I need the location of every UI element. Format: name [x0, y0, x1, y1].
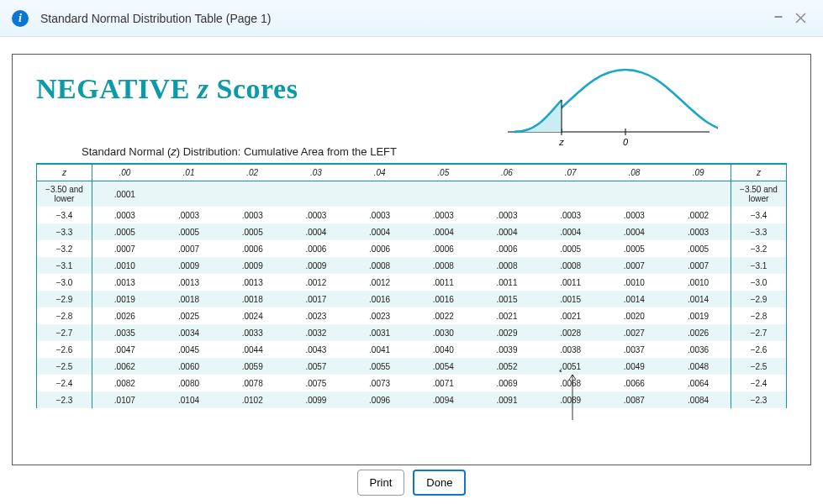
cell: .0003	[666, 223, 731, 240]
cell: .0010	[666, 274, 731, 291]
cell: .0060	[157, 358, 221, 375]
cell: .0006	[411, 240, 475, 257]
table-row: −2.3.0107.0104.0102.0099.0096.0094.0091.…	[37, 391, 787, 408]
cell	[666, 181, 731, 207]
cell: .0014	[666, 291, 731, 307]
close-button[interactable]	[789, 8, 811, 29]
row-z-label: −2.4	[37, 375, 92, 391]
cell	[475, 181, 539, 207]
cell: .0017	[284, 291, 348, 307]
col-header: .03	[284, 164, 348, 181]
cell: .0023	[284, 307, 348, 324]
table-row: −2.8.0026.0025.0024.0023.0023.0022.0021.…	[37, 307, 787, 324]
row-z-label-right: −3.4	[731, 207, 787, 223]
row-z-label-right: −2.3	[731, 391, 787, 408]
cell: .0040	[411, 341, 475, 358]
cell: .0004	[348, 223, 412, 240]
cell: .0069	[475, 375, 539, 391]
table-row: −2.4.0082.0080.0078.0075.0073.0071.0069.…	[37, 375, 787, 391]
cell: .0003	[284, 207, 348, 223]
cell: .0005	[539, 240, 603, 257]
cell: .0012	[284, 274, 348, 291]
cell	[348, 181, 412, 207]
cell: .0020	[603, 307, 667, 324]
row-z-label-right: −3.1	[731, 257, 787, 274]
cell: .0021	[475, 307, 539, 324]
cell: .0006	[475, 240, 539, 257]
cell: .0024	[220, 307, 284, 324]
cell: .0028	[539, 324, 603, 341]
cell: .0007	[92, 240, 157, 257]
cell: .0080	[157, 375, 221, 391]
cell: .0002	[666, 207, 731, 223]
footer-buttons: Print Done	[0, 470, 823, 496]
cell: .0044	[220, 341, 284, 358]
print-button[interactable]: Print	[357, 470, 405, 496]
cell: .0004	[284, 223, 348, 240]
cell: .0045	[157, 341, 221, 358]
row-z-label-right: −3.0	[731, 274, 787, 291]
col-header: .05	[411, 164, 475, 181]
table-row: −2.6.0047.0045.0044.0043.0041.0040.0039.…	[37, 341, 787, 358]
cell: .0010	[92, 257, 157, 274]
row-z-label-right: −3.50 and lower	[731, 181, 787, 207]
cell: .0084	[666, 391, 731, 408]
cell: .0023	[348, 307, 412, 324]
cell: .0055	[348, 358, 412, 375]
cell: .0003	[475, 207, 539, 223]
row-z-label: −3.4	[37, 207, 92, 223]
cell: .0032	[284, 324, 348, 341]
cell	[284, 181, 348, 207]
cell: .0048	[666, 358, 731, 375]
cell: .0008	[475, 257, 539, 274]
cell: .0008	[539, 257, 603, 274]
z-score-table: z .00 .01 .02 .03 .04 .05 .06 .07 .08 .0…	[36, 163, 787, 408]
cell: .0035	[92, 324, 157, 341]
table-row: −3.50 and lower.0001−3.50 and lower	[37, 181, 787, 207]
row-z-label: −3.2	[37, 240, 92, 257]
row-z-label: −3.0	[37, 274, 92, 291]
cell: .0013	[157, 274, 221, 291]
cell: .0059	[220, 358, 284, 375]
cell: .0007	[603, 257, 667, 274]
cell: .0003	[348, 207, 412, 223]
row-z-label: −3.50 and lower	[37, 181, 92, 207]
curve-z-label: z	[558, 137, 564, 147]
row-z-label-right: −2.5	[731, 358, 787, 375]
cell: .0011	[411, 274, 475, 291]
cell: .0013	[220, 274, 284, 291]
done-button[interactable]: Done	[413, 470, 466, 496]
col-header-z-left: z	[37, 164, 92, 181]
cell: .0013	[92, 274, 157, 291]
table-row: −3.1.0010.0009.0009.0009.0008.0008.0008.…	[37, 257, 787, 274]
row-z-label-right: −2.6	[731, 341, 787, 358]
cell: .0004	[411, 223, 475, 240]
cell: .0037	[603, 341, 667, 358]
cell: .0078	[220, 375, 284, 391]
cell: .0007	[666, 257, 731, 274]
col-header-z-right: z	[731, 164, 787, 181]
cell: .0019	[666, 307, 731, 324]
cell: .0104	[157, 391, 221, 408]
cell: .0005	[220, 223, 284, 240]
col-header: .04	[348, 164, 412, 181]
footnote-star: *	[559, 368, 562, 376]
cell: .0064	[666, 375, 731, 391]
minimize-button[interactable]: –	[768, 8, 789, 29]
footnote-arrow-icon	[567, 371, 578, 422]
cell: .0075	[284, 375, 348, 391]
cell: .0003	[539, 207, 603, 223]
table-row: −2.9.0019.0018.0018.0017.0016.0016.0015.…	[37, 291, 787, 307]
cell: .0005	[666, 240, 731, 257]
curve-zero-label: 0	[623, 137, 629, 147]
row-z-label: −2.6	[37, 341, 92, 358]
cell: .0027	[603, 324, 667, 341]
table-row: −3.0.0013.0013.0013.0012.0012.0011.0011.…	[37, 274, 787, 291]
cell: .0054	[411, 358, 475, 375]
cell: .0003	[603, 207, 667, 223]
cell: .0016	[411, 291, 475, 307]
row-z-label-right: −3.3	[731, 223, 787, 240]
cell: .0005	[603, 240, 667, 257]
cell: .0008	[411, 257, 475, 274]
row-z-label: −2.3	[37, 391, 92, 408]
